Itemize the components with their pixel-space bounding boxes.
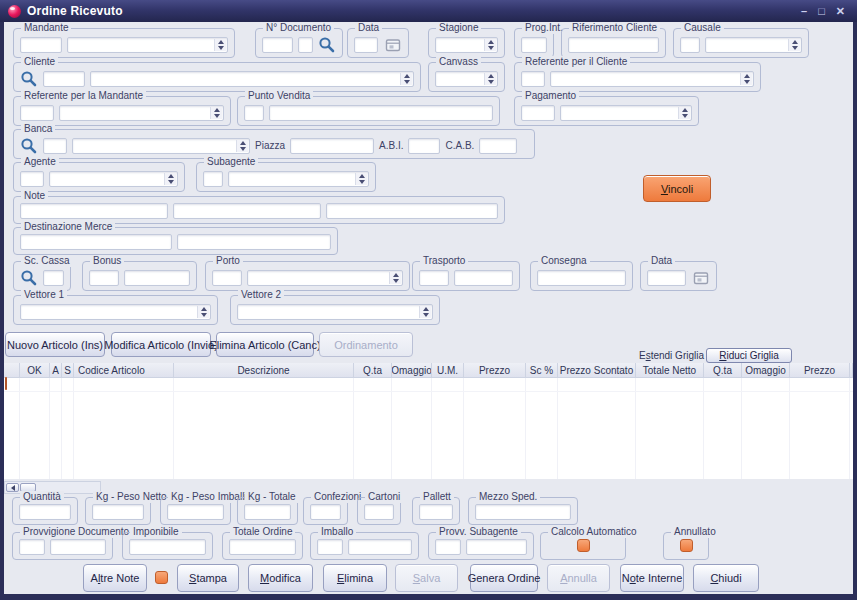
calcolo-automatico-checkbox[interactable] xyxy=(577,539,590,552)
spinner-icon[interactable] xyxy=(210,107,222,119)
spinner-icon[interactable] xyxy=(400,73,412,85)
porto-code-input[interactable] xyxy=(212,270,242,286)
referente-cliente-code-input[interactable] xyxy=(521,71,545,87)
mezzo-sped-input[interactable] xyxy=(475,504,571,520)
grid-body[interactable] xyxy=(4,378,853,479)
spinner-icon[interactable] xyxy=(389,272,401,284)
articles-grid[interactable]: OK A S Codice Articolo Descrizione Q.ta … xyxy=(4,363,853,479)
modifica-button[interactable]: Modifica xyxy=(248,564,313,592)
sc-cassa-input[interactable] xyxy=(43,270,64,286)
provvigione-documento-pct-input[interactable] xyxy=(19,539,45,555)
riduci-griglia-button[interactable]: Riduci Griglia xyxy=(706,348,792,363)
imballo-code-input[interactable] xyxy=(317,539,343,555)
spinner-icon[interactable] xyxy=(236,140,248,152)
genera-ordine-button[interactable]: Genera Ordine xyxy=(470,564,538,592)
estendi-griglia-button[interactable]: Estendi Griglia xyxy=(629,350,704,361)
altre-note-indicator-checkbox[interactable] xyxy=(155,571,168,584)
calendar-icon[interactable] xyxy=(383,37,402,53)
salva-button[interactable]: Salva xyxy=(395,564,458,592)
mandante-select[interactable] xyxy=(67,37,228,53)
destinazione-merce-input-1[interactable] xyxy=(20,234,172,250)
banca-select[interactable] xyxy=(72,138,250,154)
kg-totale-input[interactable] xyxy=(244,504,291,520)
referente-mandante-code-input[interactable] xyxy=(20,105,54,121)
pagamento-select[interactable] xyxy=(560,105,692,121)
subagente-code-input[interactable] xyxy=(203,171,223,187)
provvigione-documento-input[interactable] xyxy=(50,539,106,555)
quantita-input[interactable] xyxy=(19,504,71,520)
trasporto-input[interactable] xyxy=(454,270,513,286)
search-icon[interactable] xyxy=(318,36,336,54)
pallett-input[interactable] xyxy=(419,504,453,520)
destinazione-merce-input-2[interactable] xyxy=(177,234,331,250)
spinner-icon[interactable] xyxy=(678,107,690,119)
spinner-icon[interactable] xyxy=(740,73,752,85)
n-documento-suffix-input[interactable] xyxy=(298,37,313,53)
cliente-code-input[interactable] xyxy=(43,71,85,87)
subagente-select[interactable] xyxy=(228,171,369,187)
search-icon[interactable] xyxy=(20,70,38,88)
altre-note-button[interactable]: Altre Note xyxy=(83,564,147,592)
imballo-input[interactable] xyxy=(348,539,412,555)
prog-int-input[interactable] xyxy=(521,37,547,53)
search-icon[interactable] xyxy=(20,137,38,155)
vincoli-button[interactable]: Vincoli xyxy=(643,175,711,202)
canvass-select[interactable] xyxy=(435,71,498,87)
totale-ordine-input[interactable] xyxy=(229,539,296,555)
vettore1-select[interactable] xyxy=(20,304,211,320)
agente-select[interactable] xyxy=(49,171,178,187)
data-consegna-input[interactable] xyxy=(647,270,686,286)
elimina-button[interactable]: Elimina xyxy=(323,564,387,592)
modifica-articolo-button[interactable]: Modifica Articolo (Invio) xyxy=(111,332,211,357)
abi-input[interactable] xyxy=(408,138,440,154)
peso-imballi-input[interactable] xyxy=(167,504,224,520)
close-button[interactable]: ✕ xyxy=(836,6,845,17)
titlebar[interactable]: Ordine Ricevuto – □ ✕ xyxy=(0,0,857,22)
banca-code-input[interactable] xyxy=(43,138,67,154)
bonus-input[interactable] xyxy=(124,270,190,286)
causale-select[interactable] xyxy=(705,37,802,53)
selected-row-indicator[interactable] xyxy=(5,377,7,390)
calendar-icon[interactable] xyxy=(691,270,710,286)
provv-subagente-input[interactable] xyxy=(466,539,527,555)
cab-input[interactable] xyxy=(479,138,517,154)
stampa-button[interactable]: Stampa xyxy=(177,564,239,592)
spinner-icon[interactable] xyxy=(788,39,800,51)
chiudi-button[interactable]: Chiudi xyxy=(693,564,759,592)
bonus-code-input[interactable] xyxy=(89,270,119,286)
riferimento-cliente-input[interactable] xyxy=(568,37,659,53)
search-icon[interactable] xyxy=(20,269,38,287)
agente-code-input[interactable] xyxy=(20,171,44,187)
maximize-button[interactable]: □ xyxy=(818,6,825,17)
n-documento-input[interactable] xyxy=(262,37,293,53)
stagione-select[interactable] xyxy=(435,37,498,53)
annullato-checkbox[interactable] xyxy=(680,539,693,552)
spinner-icon[interactable] xyxy=(419,306,431,318)
data-documento-input[interactable] xyxy=(354,37,378,53)
cartoni-input[interactable] xyxy=(364,504,394,520)
minimize-button[interactable]: – xyxy=(801,6,807,17)
confezioni-input[interactable] xyxy=(310,504,341,520)
provv-subagente-pct-input[interactable] xyxy=(435,539,461,555)
punto-vendita-input[interactable] xyxy=(269,105,493,121)
scroll-left-arrow-icon[interactable] xyxy=(6,483,19,492)
note-input-3[interactable] xyxy=(326,203,498,219)
note-interne-button[interactable]: Note Interne xyxy=(620,564,684,592)
note-input-2[interactable] xyxy=(173,203,321,219)
nuovo-articolo-button[interactable]: Nuovo Articolo (Ins) xyxy=(5,332,105,357)
ordinamento-button[interactable]: Ordinamento xyxy=(319,332,413,357)
elimina-articolo-button[interactable]: Elimina Articolo (Canc) xyxy=(216,332,314,357)
annulla-button[interactable]: Annulla xyxy=(547,564,610,592)
note-input-1[interactable] xyxy=(20,203,168,219)
causale-code-input[interactable] xyxy=(680,37,700,53)
imponibile-input[interactable] xyxy=(129,539,206,555)
pagamento-code-input[interactable] xyxy=(521,105,555,121)
mandante-code-input[interactable] xyxy=(20,37,62,53)
piazza-input[interactable] xyxy=(290,138,374,154)
consegna-input[interactable] xyxy=(537,270,626,286)
spinner-icon[interactable] xyxy=(484,39,496,51)
trasporto-code-input[interactable] xyxy=(419,270,449,286)
referente-mandante-select[interactable] xyxy=(59,105,224,121)
spinner-icon[interactable] xyxy=(164,173,176,185)
vettore2-select[interactable] xyxy=(237,304,433,320)
